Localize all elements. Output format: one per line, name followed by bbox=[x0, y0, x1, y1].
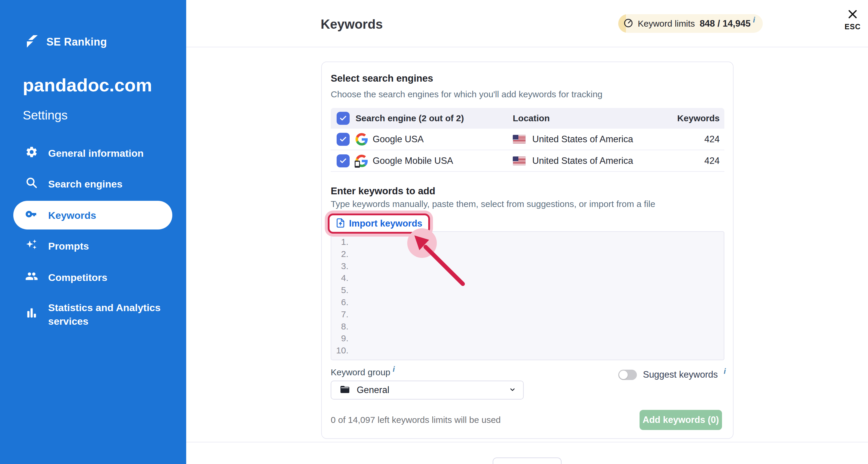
sparkles-icon bbox=[25, 238, 38, 254]
line-number: 6. bbox=[331, 296, 348, 309]
people-icon bbox=[25, 270, 38, 285]
project-title: pandadoc.com bbox=[23, 75, 152, 95]
chevron-down-icon bbox=[508, 385, 517, 395]
row-checkbox[interactable] bbox=[337, 154, 350, 167]
line-number: 1. bbox=[331, 236, 348, 248]
esc-label: ESC bbox=[841, 23, 864, 31]
sidebar-item-keywords[interactable]: Keywords bbox=[13, 201, 172, 230]
key-icon bbox=[25, 208, 38, 223]
sidebar-item-label: Prompts bbox=[48, 239, 89, 253]
column-header-keywords: Keywords bbox=[677, 113, 720, 123]
line-number: 5. bbox=[331, 284, 348, 296]
keyword-limits-label: Keyword limits bbox=[638, 19, 695, 29]
keywords-count: 424 bbox=[704, 134, 720, 145]
add-keywords-card: Select search engines Choose the search … bbox=[321, 61, 734, 439]
add-keywords-button[interactable]: Add keywords (0) bbox=[640, 410, 722, 430]
sidebar-item-general-information[interactable]: General information bbox=[13, 141, 172, 165]
line-number: 8. bbox=[331, 321, 348, 333]
line-number: 2. bbox=[331, 248, 348, 260]
location-name: United States of America bbox=[532, 155, 633, 166]
toggle-knob bbox=[619, 371, 628, 379]
column-header-location: Location bbox=[513, 113, 550, 123]
bottom-partial-panel bbox=[493, 458, 561, 464]
table-header-row: Search engine (2 out of 2) Location Keyw… bbox=[331, 108, 724, 128]
keywords-textarea[interactable]: 1. 2. 3. 4. 5. 6. 7. 8. 9. 10. bbox=[331, 231, 724, 360]
info-icon[interactable]: i bbox=[753, 16, 755, 25]
google-icon bbox=[355, 133, 368, 145]
bottom-divider bbox=[186, 442, 868, 442]
keyword-group-select[interactable]: General bbox=[331, 381, 524, 400]
select-all-checkbox[interactable] bbox=[337, 112, 350, 125]
sidebar-item-label: Keywords bbox=[48, 208, 96, 222]
row-checkbox[interactable] bbox=[337, 133, 350, 146]
keyword-group-value: General bbox=[357, 385, 389, 396]
search-icon bbox=[25, 176, 38, 192]
google-mobile-icon bbox=[355, 155, 368, 167]
section-title: Settings bbox=[23, 108, 68, 122]
import-keywords-button[interactable]: Import keywords bbox=[328, 213, 430, 234]
keyword-limits-value: 848 / 14,945 bbox=[700, 18, 750, 29]
line-number: 10. bbox=[331, 345, 348, 357]
usa-flag-icon bbox=[513, 135, 526, 144]
select-search-engines-description: Choose the search engines for which you'… bbox=[331, 89, 602, 99]
sidebar-item-label: Statistics and Analytics services bbox=[48, 301, 172, 328]
modal-header: Keywords Keyword limits 848 / 14,945 i E… bbox=[186, 0, 868, 47]
location-name: United States of America bbox=[532, 134, 633, 145]
suggest-keywords-label: Suggest keywords bbox=[643, 369, 718, 380]
line-number: 3. bbox=[331, 260, 348, 272]
enter-keywords-heading: Enter keywords to add bbox=[331, 185, 435, 197]
suggest-keywords-row: Suggest keywords i bbox=[618, 369, 726, 380]
keyword-group-label: Keyword groupi bbox=[331, 367, 395, 377]
folder-icon bbox=[340, 384, 350, 396]
line-number: 7. bbox=[331, 309, 348, 321]
page-title: Keywords bbox=[321, 17, 383, 32]
info-icon[interactable]: i bbox=[724, 367, 726, 376]
brand: SE Ranking bbox=[23, 33, 107, 51]
engine-name: Google USA bbox=[373, 134, 424, 145]
engine-name: Google Mobile USA bbox=[373, 155, 453, 166]
bar-chart-icon bbox=[25, 307, 38, 322]
close-button[interactable]: ESC bbox=[841, 8, 864, 31]
sidebar-item-competitors[interactable]: Competitors bbox=[13, 266, 172, 289]
line-number: 9. bbox=[331, 332, 348, 345]
file-upload-icon bbox=[335, 218, 345, 229]
enter-keywords-description: Type keywords manually, paste them, sele… bbox=[331, 199, 655, 209]
sidebar-item-prompts[interactable]: Prompts bbox=[13, 234, 172, 258]
close-icon bbox=[847, 16, 859, 21]
column-header-engine: Search engine (2 out of 2) bbox=[355, 113, 464, 123]
usa-flag-icon bbox=[513, 156, 526, 165]
brand-name: SE Ranking bbox=[46, 36, 107, 48]
table-row[interactable]: Google USA United States of America 424 bbox=[331, 128, 724, 150]
keywords-settings-modal: SE Ranking pandadoc.com Settings General… bbox=[0, 0, 868, 464]
suggest-keywords-toggle[interactable] bbox=[618, 370, 637, 380]
import-keywords-annotation: Import keywords bbox=[328, 213, 430, 234]
sidebar: SE Ranking pandadoc.com Settings General… bbox=[0, 0, 186, 464]
sidebar-item-label: Competitors bbox=[48, 270, 107, 284]
sidebar-item-statistics-analytics[interactable]: Statistics and Analytics services bbox=[13, 294, 172, 335]
keywords-count: 424 bbox=[704, 155, 720, 166]
search-engines-table: Search engine (2 out of 2) Location Keyw… bbox=[331, 108, 724, 172]
select-search-engines-heading: Select search engines bbox=[331, 73, 433, 84]
sidebar-item-label: Search engines bbox=[48, 177, 122, 191]
sidebar-item-search-engines[interactable]: Search engines bbox=[13, 172, 172, 196]
sidebar-item-label: General information bbox=[48, 146, 144, 160]
line-number: 4. bbox=[331, 272, 348, 284]
import-keywords-label: Import keywords bbox=[349, 218, 422, 229]
keyword-limits-badge: Keyword limits 848 / 14,945 i bbox=[618, 14, 763, 33]
table-row[interactable]: Google Mobile USA United States of Ameri… bbox=[331, 150, 724, 172]
info-icon[interactable]: i bbox=[393, 365, 395, 374]
se-ranking-logo-icon bbox=[23, 33, 39, 51]
keyword-limits-usage-text: 0 of 14,097 left keywords limits will be… bbox=[331, 415, 501, 425]
gauge-icon bbox=[623, 18, 633, 30]
gear-icon bbox=[25, 145, 38, 161]
